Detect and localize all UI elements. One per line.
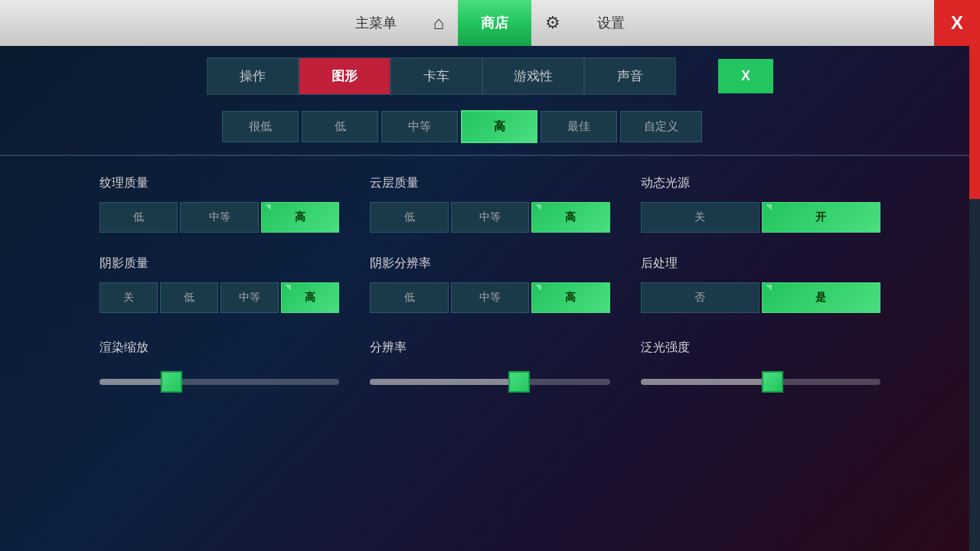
preset-high[interactable]: 高 <box>461 110 537 143</box>
main-menu-label: 主菜单 <box>355 14 397 32</box>
preset-custom-label: 自定义 <box>644 119 678 132</box>
tab-truck[interactable]: 卡车 <box>390 57 482 95</box>
shadow-res-medium-btn[interactable]: 中等 <box>451 282 529 313</box>
preset-low[interactable]: 低 <box>302 111 378 142</box>
texture-medium-btn[interactable]: 中等 <box>180 202 258 233</box>
bloom-intensity-thumb[interactable] <box>762 371 783 393</box>
tab-operation[interactable]: 操作 <box>207 57 299 95</box>
cloud-quality-options: 低 中等 高 <box>370 202 609 233</box>
preset-best-label: 最佳 <box>567 119 590 132</box>
render-scale-thumb[interactable] <box>161 371 182 393</box>
shadow-res-high-btn[interactable]: 高 <box>531 282 609 313</box>
preset-very-low[interactable]: 很低 <box>222 111 299 142</box>
render-scale-track[interactable] <box>100 379 339 385</box>
cloud-quality-group: 云层质量 低 中等 高 <box>370 175 609 233</box>
tab-sound[interactable]: 声音 <box>584 57 676 95</box>
post-processing-label: 后处理 <box>641 256 880 272</box>
tab-operation-label: 操作 <box>240 69 266 83</box>
preset-medium-label: 中等 <box>408 119 431 132</box>
dynamic-light-on-label: 开 <box>815 210 826 223</box>
dynamic-light-label: 动态光源 <box>641 175 880 191</box>
resolution-group: 分辨率 <box>370 340 609 385</box>
tab-bar: 操作 图形 卡车 游戏性 声音 X <box>0 46 980 106</box>
shadow-high-label: 高 <box>305 291 315 303</box>
preset-very-low-label: 很低 <box>249 119 272 132</box>
post-processing-no-label: 否 <box>694 291 705 303</box>
dynamic-light-on-btn[interactable]: 开 <box>762 202 880 233</box>
cloud-high-btn[interactable]: 高 <box>531 202 609 233</box>
preset-bar: 很低 低 中等 高 最佳 自定义 <box>0 106 980 147</box>
resolution-fill <box>370 379 518 385</box>
post-processing-yes-btn[interactable]: 是 <box>762 282 880 313</box>
shadow-quality-options: 关 低 中等 高 <box>100 282 339 313</box>
preset-low-label: 低 <box>335 119 346 132</box>
shadow-off-btn[interactable]: 关 <box>100 282 158 313</box>
sliders-grid: 渲染缩放 分辨率 泛光强度 <box>0 328 980 396</box>
home-icon: ⌂ <box>433 12 445 34</box>
cloud-low-label: 低 <box>404 210 415 223</box>
dynamic-light-group: 动态光源 关 开 <box>641 175 880 233</box>
preset-custom[interactable]: 自定义 <box>620 111 702 142</box>
dynamic-light-off-btn[interactable]: 关 <box>641 202 760 233</box>
resolution-label: 分辨率 <box>370 340 609 356</box>
cloud-high-label: 高 <box>565 210 576 223</box>
settings-label: 设置 <box>597 14 625 32</box>
shadow-low-label: 低 <box>184 291 194 303</box>
nav-gear[interactable]: ⚙ <box>531 0 574 46</box>
shadow-medium-label: 中等 <box>239 291 260 303</box>
close-button[interactable]: X <box>934 0 980 46</box>
tab-close-button[interactable]: X <box>718 59 773 93</box>
tab-sound-label: 声音 <box>617 69 643 83</box>
close-label: X <box>951 12 963 34</box>
shadow-res-low-label: 低 <box>404 291 415 303</box>
shadow-res-high-label: 高 <box>565 291 576 303</box>
shadow-low-btn[interactable]: 低 <box>160 282 218 313</box>
gear-icon: ⚙ <box>545 13 560 33</box>
preset-medium[interactable]: 中等 <box>381 111 458 142</box>
post-processing-no-btn[interactable]: 否 <box>641 282 760 313</box>
shadow-high-btn[interactable]: 高 <box>281 282 339 313</box>
bloom-intensity-fill <box>641 379 773 385</box>
resolution-thumb[interactable] <box>508 371 530 393</box>
bloom-intensity-label: 泛光强度 <box>641 340 880 356</box>
post-processing-group: 后处理 否 是 <box>641 256 880 313</box>
texture-quality-label: 纹理质量 <box>100 175 339 191</box>
shadow-resolution-group: 阴影分辨率 低 中等 高 <box>370 256 609 313</box>
texture-quality-options: 低 中等 高 <box>100 202 339 233</box>
tab-graphics[interactable]: 图形 <box>299 57 390 95</box>
nav-main-menu[interactable]: 主菜单 <box>332 0 420 46</box>
shadow-medium-btn[interactable]: 中等 <box>220 282 279 313</box>
top-nav: 主菜单 ⌂ 商店 ⚙ 设置 X <box>0 0 980 46</box>
nav-home[interactable]: ⌂ <box>420 0 459 46</box>
post-processing-yes-label: 是 <box>815 291 826 303</box>
scrollbar-thumb[interactable] <box>969 46 980 199</box>
cloud-medium-label: 中等 <box>479 210 501 223</box>
cloud-medium-btn[interactable]: 中等 <box>451 202 529 233</box>
tab-gameplay-label: 游戏性 <box>514 69 553 83</box>
tab-truck-label: 卡车 <box>423 69 449 83</box>
settings-grid: 纹理质量 低 中等 高 云层质量 低 中等 <box>0 160 980 328</box>
nav-items: 主菜单 ⌂ 商店 ⚙ 设置 <box>0 0 980 46</box>
render-scale-group: 渲染缩放 <box>100 340 339 385</box>
scrollbar[interactable] <box>969 46 980 551</box>
texture-high-btn[interactable]: 高 <box>261 202 339 233</box>
tab-gameplay[interactable]: 游戏性 <box>482 57 584 95</box>
post-processing-options: 否 是 <box>641 282 880 313</box>
nav-shop[interactable]: 商店 <box>458 0 531 46</box>
shadow-res-low-btn[interactable]: 低 <box>370 282 448 313</box>
resolution-track[interactable] <box>370 379 609 385</box>
shadow-resolution-label: 阴影分辨率 <box>370 256 609 272</box>
shadow-off-label: 关 <box>123 291 134 303</box>
texture-low-btn[interactable]: 低 <box>100 202 178 233</box>
texture-high-label: 高 <box>295 210 305 223</box>
shadow-res-medium-label: 中等 <box>479 291 501 303</box>
divider <box>0 155 980 156</box>
texture-medium-label: 中等 <box>209 210 230 223</box>
cloud-low-btn[interactable]: 低 <box>370 202 448 233</box>
shop-label: 商店 <box>481 14 508 32</box>
preset-best[interactable]: 最佳 <box>541 111 617 142</box>
bloom-intensity-group: 泛光强度 <box>641 340 880 385</box>
nav-settings[interactable]: 设置 <box>574 0 648 46</box>
main-content: 操作 图形 卡车 游戏性 声音 X 很低 低 中等 高 最佳 <box>0 46 980 551</box>
bloom-intensity-track[interactable] <box>641 379 880 385</box>
